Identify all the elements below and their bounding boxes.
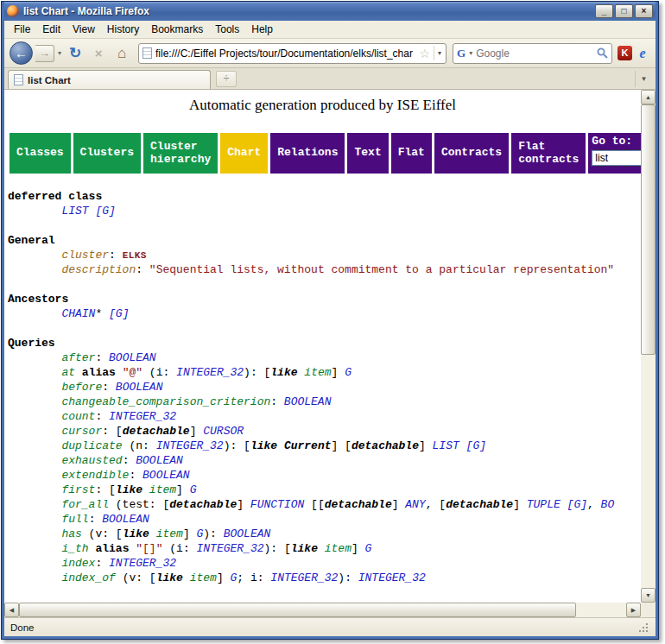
code-line: CHAIN* [G] (8, 306, 641, 321)
class-link[interactable]: INTEGER_32 (109, 410, 176, 423)
code-token: ): [ (264, 542, 291, 555)
class-link[interactable]: LIST (61, 205, 88, 218)
tab-strip-button[interactable]: ÷ (216, 71, 237, 87)
code-line: cluster: ELKS (8, 248, 641, 262)
class-link[interactable]: G (345, 366, 352, 379)
code-token: (i: (162, 542, 196, 555)
doc-button-contracts[interactable]: Contracts (434, 133, 509, 174)
scroll-right-button[interactable]: ▶ (626, 603, 641, 617)
class-link[interactable]: TUPLE (527, 498, 560, 511)
code-token: like (270, 366, 297, 379)
stop-button[interactable]: × (88, 46, 109, 60)
doc-button-go[interactable]: Go to: (588, 133, 641, 174)
class-link[interactable]: ANY (405, 498, 425, 511)
code-line: exhausted: BOOLEAN (8, 453, 641, 468)
code-token: : (95, 557, 109, 570)
class-link[interactable]: G (365, 542, 372, 555)
goto-input[interactable] (592, 150, 641, 166)
menu-tools[interactable]: Tools (209, 22, 245, 37)
history-dropdown[interactable]: ▾ (57, 49, 62, 57)
forward-button[interactable]: → (35, 45, 54, 62)
menu-view[interactable]: View (66, 22, 101, 37)
class-link[interactable]: BOOLEAN (109, 351, 156, 364)
code-token: detachable (446, 498, 513, 511)
code-token: like (123, 527, 149, 540)
menu-help[interactable]: Help (245, 22, 279, 37)
scroll-down-button[interactable]: ▼ (641, 588, 656, 603)
menu-file[interactable]: File (8, 22, 36, 37)
horizontal-scroll-thumb[interactable] (19, 603, 576, 617)
code-token: duplicate (61, 439, 122, 452)
location-bar[interactable]: ☆ ▾ (138, 43, 446, 64)
class-link[interactable]: INTEGER_32 (270, 571, 338, 584)
code-token: "[]" (136, 542, 162, 555)
doc-button-chart[interactable]: Chart (220, 133, 268, 174)
class-link[interactable]: BO (601, 498, 615, 511)
menu-edit[interactable]: Edit (36, 22, 66, 37)
doc-button-flat[interactable]: Flat contracts (511, 133, 586, 174)
class-link[interactable]: G (190, 483, 197, 496)
doc-button-label: Text (354, 147, 381, 160)
list-all-tabs-button[interactable]: ▾ (635, 71, 652, 87)
class-link[interactable]: [G] (567, 498, 587, 511)
class-link[interactable]: [G] (109, 307, 129, 320)
menu-bookmarks[interactable]: Bookmarks (145, 22, 209, 37)
url-input[interactable] (155, 47, 415, 60)
home-button[interactable]: ⌂ (111, 45, 132, 62)
search-icon[interactable] (597, 47, 608, 59)
class-link[interactable]: INTEGER_32 (358, 571, 426, 584)
doc-button-text[interactable]: Text (347, 133, 388, 174)
class-link[interactable]: FUNCTION (250, 498, 304, 511)
menu-bar: FileEditViewHistoryBookmarksToolsHelp (4, 21, 656, 39)
resize-grip[interactable] (637, 622, 649, 634)
class-link[interactable]: INTEGER_32 (197, 542, 264, 555)
minimize-button[interactable]: _ (595, 4, 613, 18)
class-link[interactable]: INTEGER_32 (176, 366, 244, 379)
class-link[interactable]: LIST (433, 439, 459, 452)
code-token: "Sequential lists, without commitment to… (149, 263, 614, 276)
doc-button-classes[interactable]: Classes (10, 133, 71, 174)
extension-red-icon[interactable]: K (618, 46, 632, 60)
class-link[interactable]: BOOLEAN (136, 454, 183, 467)
vertical-scroll-thumb[interactable] (641, 104, 656, 355)
class-link[interactable]: [G] (466, 439, 486, 452)
class-link[interactable]: BOOLEAN (284, 395, 332, 408)
code-token: : (109, 249, 123, 262)
close-button[interactable]: × (635, 4, 653, 18)
search-engine-dropdown-icon[interactable]: ▾ (468, 49, 473, 57)
code-line: deferred class (8, 189, 641, 204)
refresh-button[interactable]: ↻ (65, 44, 86, 62)
class-link[interactable]: CHAIN (61, 307, 95, 320)
ie-icon[interactable]: e (635, 46, 650, 61)
search-bar[interactable]: G ▾ (453, 43, 612, 64)
doc-button-relations[interactable]: Relations (270, 133, 345, 174)
back-button[interactable]: ← (10, 41, 33, 65)
scroll-left-button[interactable]: ◀ (4, 603, 19, 617)
menu-history[interactable]: History (101, 22, 145, 37)
class-link[interactable]: INTEGER_32 (156, 439, 224, 452)
search-input[interactable] (476, 47, 594, 60)
class-link[interactable]: CURSOR (203, 425, 244, 438)
code-token: index (61, 557, 95, 570)
class-link[interactable]: [G] (95, 205, 115, 218)
code-token: index_of (61, 571, 115, 584)
doc-button-flat[interactable]: Flat (391, 133, 432, 174)
doc-button-cluster[interactable]: Cluster hierarchy (143, 133, 218, 174)
class-link[interactable]: BOOLEAN (102, 513, 149, 526)
class-link[interactable]: BOOLEAN (224, 527, 271, 540)
class-link[interactable]: BOOLEAN (142, 469, 190, 482)
class-link[interactable]: BOOLEAN (116, 381, 163, 394)
code-token: , (587, 498, 601, 511)
location-dropdown-icon[interactable]: ▾ (434, 46, 442, 60)
vertical-scrollbar[interactable]: ▲ ▼ (641, 90, 656, 603)
class-link[interactable]: INTEGER_32 (109, 557, 176, 570)
scroll-up-button[interactable]: ▲ (641, 90, 656, 104)
horizontal-scroll-track[interactable] (576, 603, 626, 617)
title-bar[interactable]: list Chart - Mozilla Firefox _ □ × (4, 2, 656, 21)
doc-button-clusters[interactable]: Clusters (73, 133, 141, 174)
maximize-button[interactable]: □ (615, 4, 633, 18)
tab-list-chart[interactable]: list Chart (8, 70, 211, 89)
code-token: ] (419, 439, 433, 452)
bookmark-star-icon[interactable]: ☆ (419, 47, 430, 60)
horizontal-scrollbar[interactable]: ◀ ▶ (4, 603, 641, 617)
